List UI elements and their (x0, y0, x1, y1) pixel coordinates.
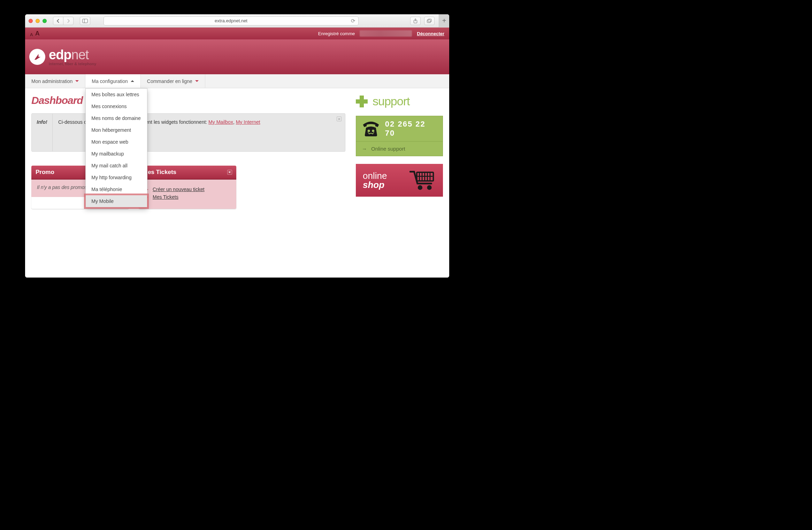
sidebar-button[interactable] (80, 17, 90, 25)
widget-tickets-title: Mes Tickets (143, 169, 176, 176)
widgets-row: Promo ✕ Il n'y a pas des promos. Mes Tic… (31, 166, 345, 209)
minimize-window-icon[interactable] (36, 19, 40, 23)
link-my-tickets[interactable]: Mes Tickets (153, 194, 178, 200)
share-button[interactable] (410, 17, 421, 25)
nav-admin-label: Mon administration (31, 78, 72, 84)
support-header: support (356, 94, 443, 108)
dropdown-item-mailbackup[interactable]: My mailbackup (86, 148, 147, 160)
dropdown-item-mobile[interactable]: My Mobile (86, 195, 147, 207)
text-size-increase[interactable]: A (35, 30, 40, 37)
online-support-label: Online support (371, 146, 405, 152)
widget-promo-title: Promo (36, 169, 54, 176)
shop-line1: online (363, 171, 387, 180)
dropdown-item-connections[interactable]: Mes connexions (86, 100, 147, 112)
nav-order-label: Commander en ligne (147, 78, 192, 84)
close-window-icon[interactable] (29, 19, 33, 23)
brand-light: net (71, 47, 89, 62)
traffic-lights (29, 19, 47, 23)
address-bar[interactable]: extra.edpnet.net ⟳ (104, 16, 359, 25)
text-size-controls: A A (30, 30, 40, 37)
online-shop-box[interactable]: online shop (356, 164, 443, 197)
logo-icon (29, 49, 45, 65)
sidebar: support 02 265 22 70 → (356, 94, 443, 267)
brand-tagline: internet, fiber & telephony (49, 62, 96, 66)
info-link-mailbox[interactable]: My Mailbox (208, 119, 233, 125)
shop-line2: shop (363, 180, 387, 189)
svg-point-15 (427, 185, 431, 190)
url-text: extra.edpnet.net (215, 18, 247, 23)
nav-config-label: Ma configuration (92, 78, 128, 84)
dropdown-item-httpfwd[interactable]: My http forwarding (86, 172, 147, 183)
phone-icon (362, 120, 380, 137)
nav-admin[interactable]: Mon administration (25, 74, 85, 88)
info-link-internet[interactable]: My Internet (236, 119, 260, 125)
reload-icon[interactable]: ⟳ (351, 18, 355, 24)
forward-button[interactable] (63, 17, 74, 25)
support-box: 02 265 22 70 → Online support (356, 116, 443, 156)
plus-icon (356, 96, 368, 107)
main-nav: Mon administration Ma configuration Mes … (25, 74, 449, 88)
brand-bold: edp (49, 47, 71, 62)
dropdown-item-mailboxes[interactable]: Mes boîtes aux lettres (86, 89, 147, 100)
site-logo[interactable]: edpnet internet, fiber & telephony (29, 48, 96, 66)
config-dropdown: Mes boîtes aux lettres Mes connexions Me… (85, 88, 147, 207)
info-label: Info! (32, 114, 53, 151)
username-redacted (360, 30, 412, 37)
zoom-window-icon[interactable] (43, 19, 47, 23)
browser-window: extra.edpnet.net ⟳ + A A Enregistré comm… (25, 14, 449, 278)
widget-tickets: Mes Tickets ✕ → Créer un nouveau ticket … (139, 166, 236, 209)
chevron-down-icon (195, 80, 199, 82)
widget-promo-body: Il n'y a pas des promos. (37, 184, 88, 190)
svg-rect-3 (427, 20, 431, 23)
info-box: Info! Ci-dessous quelques petits filmes … (31, 113, 345, 152)
logged-in-label: Enregistré comme (318, 31, 355, 36)
chevron-up-icon (131, 80, 134, 82)
svg-rect-4 (428, 19, 431, 22)
link-create-ticket[interactable]: Créer un nouveau ticket (153, 187, 205, 192)
online-support-link[interactable]: → Online support (356, 141, 443, 156)
nav-order[interactable]: Commander en ligne (141, 74, 205, 88)
dropdown-item-telephony[interactable]: Ma téléphonie (86, 183, 147, 195)
tabs-button[interactable] (424, 17, 435, 25)
info-separator: , (233, 119, 236, 125)
dropdown-item-hosting[interactable]: Mon hébergement (86, 124, 147, 136)
arrow-right-icon: → (362, 146, 367, 152)
logout-link[interactable]: Déconnecter (417, 31, 444, 36)
svg-point-6 (372, 130, 374, 132)
dropdown-item-catchall[interactable]: My mail catch all (86, 160, 147, 172)
cart-icon (409, 169, 436, 191)
chevron-down-icon (75, 80, 79, 82)
utility-bar: A A Enregistré comme Déconnecter (25, 28, 449, 39)
browser-titlebar: extra.edpnet.net ⟳ + (25, 14, 449, 28)
svg-rect-0 (83, 19, 88, 23)
nav-config[interactable]: Ma configuration Mes boîtes aux lettres … (85, 74, 141, 88)
dropdown-item-domains[interactable]: Mes noms de domaine (86, 112, 147, 124)
back-button[interactable] (53, 17, 63, 25)
brand-header: edpnet internet, fiber & telephony (25, 39, 449, 74)
text-size-decrease[interactable]: A (30, 32, 33, 37)
svg-point-14 (418, 185, 422, 190)
page-title: Dashboard (31, 94, 345, 106)
widget-close-icon[interactable]: ✕ (227, 170, 232, 175)
new-tab-button[interactable]: + (439, 14, 449, 28)
close-icon[interactable]: ✕ (337, 116, 342, 121)
support-label: support (373, 94, 409, 108)
svg-point-5 (368, 130, 370, 132)
dropdown-item-webspace[interactable]: Mon espace web (86, 136, 147, 148)
nav-back-forward (53, 17, 74, 25)
support-phone-number: 02 265 22 70 (385, 120, 437, 138)
